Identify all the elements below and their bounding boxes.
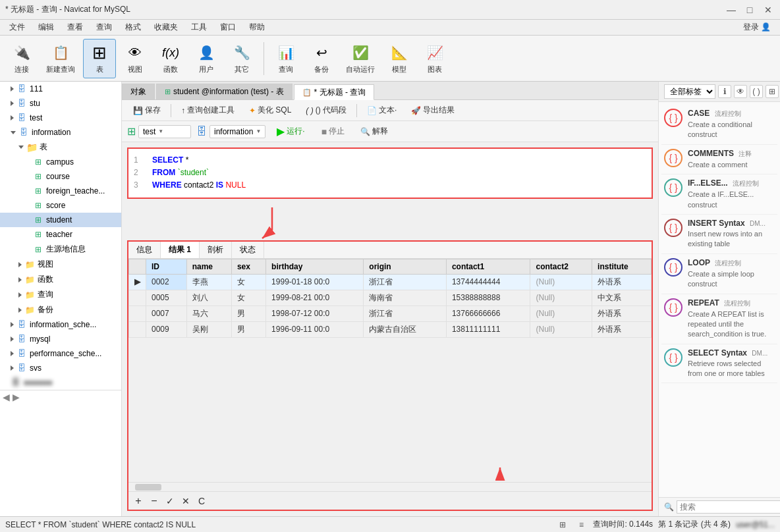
col-contact2[interactable]: contact2 bbox=[530, 259, 592, 274]
toolbar-user[interactable]: 👤 用户 bbox=[190, 39, 223, 78]
menu-format[interactable]: 格式 bbox=[119, 20, 148, 34]
sidebar-item-stu[interactable]: 🗄 stu bbox=[0, 96, 121, 111]
refresh-button[interactable]: C bbox=[194, 494, 209, 508]
maximize-button[interactable]: □ bbox=[743, 3, 756, 16]
table-row[interactable]: 0005 刘八 女 1999-08-21 00:0 海南省 1538888888… bbox=[129, 290, 652, 306]
sidebar-item-mysql[interactable]: 🗄 mysql bbox=[0, 332, 121, 346]
result-tab-profile[interactable]: 剖析 bbox=[200, 242, 232, 258]
toolbar-query[interactable]: 📊 查询 bbox=[269, 39, 302, 78]
toolbar-chart[interactable]: 📈 图表 bbox=[418, 39, 451, 78]
table-row[interactable]: 0007 马六 男 1998-07-12 00:0 浙江省 1376666666… bbox=[129, 306, 652, 321]
snippet-comments[interactable]: { } COMMENTS 注释 Create a comment bbox=[661, 145, 777, 174]
col-contact1[interactable]: contact1 bbox=[446, 259, 530, 274]
toolbar-auto-run[interactable]: ✅ 自动运行 bbox=[341, 39, 380, 78]
check-button[interactable]: ✓ bbox=[163, 494, 177, 508]
toolbar-table[interactable]: ⊞ 表 bbox=[83, 39, 116, 78]
result-tab-info[interactable]: 信息 bbox=[128, 242, 161, 258]
grid-view-button[interactable]: ⊞ bbox=[556, 518, 569, 531]
tab-query[interactable]: 📋 * 无标题 - 查询 bbox=[294, 84, 375, 100]
snippet-loop[interactable]: { } LOOP 流程控制 Create a simple loop const… bbox=[661, 254, 777, 294]
sidebar-item-tables-folder[interactable]: 📁 表 bbox=[0, 140, 121, 155]
col-name[interactable]: name bbox=[186, 259, 231, 274]
list-view-button[interactable]: ≡ bbox=[574, 518, 588, 531]
scroll-thumb[interactable] bbox=[135, 484, 161, 491]
tab-object[interactable]: 对象 bbox=[122, 84, 155, 99]
sidebar-item-svs[interactable]: 🗄 svs bbox=[0, 361, 121, 375]
login-button[interactable]: 登录 👤 bbox=[737, 20, 777, 34]
snippet-button[interactable]: ( ) () 代码段 bbox=[300, 103, 352, 118]
stop-button[interactable]: ■ 停止 bbox=[316, 124, 350, 138]
snippet-select[interactable]: { } SELECT Syntax DM... Retrieve rows se… bbox=[661, 344, 777, 384]
sidebar-item-origin-info[interactable]: ⊞ 生源地信息 bbox=[0, 242, 121, 257]
snippet-insert[interactable]: { } INSERT Syntax DM... Insert new rows … bbox=[661, 215, 777, 254]
sql-editor[interactable]: 1 SELECT * 2 FROM `student` 3 WHERE cont… bbox=[127, 147, 653, 199]
sidebar-item-student[interactable]: ⊞ student bbox=[0, 213, 121, 227]
sidebar-item-teacher[interactable]: ⊞ teacher bbox=[0, 227, 121, 242]
table-grid-icon-btn[interactable]: ⊞ bbox=[766, 85, 779, 98]
sidebar-item-backup-folder[interactable]: 📁 备份 bbox=[0, 302, 121, 317]
db2-select[interactable]: information ▼ bbox=[209, 125, 265, 138]
toolbar-view[interactable]: 👁 视图 bbox=[119, 39, 152, 78]
table-row[interactable]: 0009 吴刚 男 1996-09-11 00:0 内蒙古自治区 1381111… bbox=[129, 321, 652, 337]
add-row-button[interactable]: + bbox=[131, 494, 146, 508]
sidebar-item-information[interactable]: 🗄 information bbox=[0, 125, 121, 140]
export-button[interactable]: 🚀 导出结果 bbox=[405, 103, 460, 118]
menu-view[interactable]: 查看 bbox=[61, 20, 90, 34]
menu-file[interactable]: 文件 bbox=[3, 20, 32, 34]
sidebar-item-queries-folder[interactable]: 📁 查询 bbox=[0, 287, 121, 302]
col-birthday[interactable]: birthday bbox=[266, 259, 364, 274]
run-button[interactable]: ▶ 运行· bbox=[271, 123, 310, 140]
sidebar-item-foreign-teacher[interactable]: ⊞ foreign_teache... bbox=[0, 184, 121, 198]
toolbar-model[interactable]: 📐 模型 bbox=[383, 39, 416, 78]
sidebar-prev-arrow[interactable]: ◀ bbox=[3, 392, 10, 402]
sidebar-item-111[interactable]: 🗄 111 bbox=[0, 82, 121, 96]
delete-row-button[interactable]: − bbox=[147, 494, 161, 508]
cancel-button[interactable]: ✕ bbox=[179, 494, 193, 508]
col-origin[interactable]: origin bbox=[364, 259, 447, 274]
col-id[interactable]: ID bbox=[146, 259, 187, 274]
eye-icon-btn[interactable]: 👁 bbox=[734, 85, 747, 98]
db1-select[interactable]: test ▼ bbox=[138, 125, 191, 138]
menu-help[interactable]: 帮助 bbox=[242, 20, 271, 34]
sidebar-item-campus[interactable]: ⊞ campus bbox=[0, 155, 121, 169]
col-sex[interactable]: sex bbox=[231, 259, 265, 274]
snippet-case[interactable]: { } CASE 流程控制 Create a conditional const… bbox=[661, 105, 777, 145]
menu-edit[interactable]: 编辑 bbox=[32, 20, 61, 34]
table-row[interactable]: ▶ 0002 李燕 女 1999-01-18 00:0 浙江省 13744444… bbox=[129, 274, 652, 290]
menu-favorites[interactable]: 收藏夹 bbox=[148, 20, 184, 34]
close-button[interactable]: ✕ bbox=[762, 3, 775, 16]
snippet-ifelse[interactable]: { } IF...ELSE... 流程控制 Create a IF...ELSE… bbox=[661, 174, 777, 215]
sidebar-item-test[interactable]: 🗄 test bbox=[0, 111, 121, 125]
menu-tools[interactable]: 工具 bbox=[184, 20, 213, 34]
info-icon-btn[interactable]: ℹ bbox=[718, 85, 731, 98]
snippet-repeat[interactable]: { } REPEAT 流程控制 Create A REPEAT list is … bbox=[661, 294, 777, 344]
menu-query[interactable]: 查询 bbox=[90, 20, 119, 34]
save-button[interactable]: 💾 保存 bbox=[127, 103, 167, 118]
sidebar-item-perf-schema[interactable]: 🗄 performance_sche... bbox=[0, 346, 121, 361]
toolbar-backup[interactable]: ↩ 备份 bbox=[305, 39, 338, 78]
result-tab-status[interactable]: 状态 bbox=[232, 242, 264, 258]
explain-button[interactable]: 🔍 解释 bbox=[355, 124, 393, 138]
sidebar-item-course[interactable]: ⊞ course bbox=[0, 169, 121, 184]
sidebar-item-functions-folder[interactable]: 📁 函数 bbox=[0, 272, 121, 287]
toolbar-other[interactable]: 🔧 其它 bbox=[225, 39, 258, 78]
tag-filter-select[interactable]: 全部标签 bbox=[664, 84, 715, 99]
horizontal-scroll[interactable] bbox=[128, 482, 652, 491]
paren-icon-btn[interactable]: ( ) bbox=[750, 85, 763, 98]
col-institute[interactable]: institute bbox=[592, 259, 652, 274]
sidebar-item-score[interactable]: ⊞ score bbox=[0, 198, 121, 213]
toolbar-function[interactable]: f(x) 函数 bbox=[154, 39, 187, 78]
beautify-button[interactable]: ✦ 美化 SQL bbox=[243, 103, 297, 118]
sidebar-item-info-schema[interactable]: 🗄 information_sche... bbox=[0, 317, 121, 332]
query-builder-button[interactable]: ↑ 查询创建工具 bbox=[175, 103, 240, 118]
sidebar-item-hidden[interactable]: 🗄 ●●●●●● bbox=[0, 375, 121, 390]
sidebar-item-views-folder[interactable]: 📁 视图 bbox=[0, 257, 121, 272]
search-input[interactable] bbox=[677, 500, 780, 514]
result-tab-result1[interactable]: 结果 1 bbox=[161, 242, 200, 258]
tab-student-table[interactable]: ⊞ student @information (test) - 表 bbox=[156, 84, 292, 99]
toolbar-new-query[interactable]: 📋 新建查询 bbox=[41, 39, 80, 78]
minimize-button[interactable]: — bbox=[725, 3, 738, 16]
toolbar-connect[interactable]: 🔌 连接 bbox=[5, 39, 38, 78]
text-button[interactable]: 📄 文本· bbox=[361, 103, 403, 118]
sidebar-next-arrow[interactable]: ▶ bbox=[13, 392, 20, 402]
